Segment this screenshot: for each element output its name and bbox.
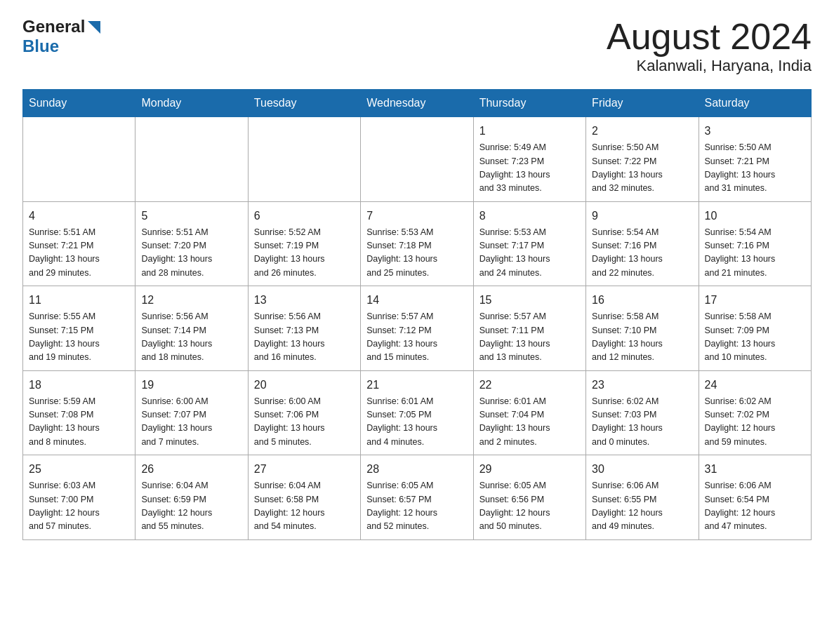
day-number: 10 (705, 208, 805, 224)
calendar-cell: 3Sunrise: 5:50 AM Sunset: 7:21 PM Daylig… (699, 117, 811, 202)
day-number: 19 (141, 377, 241, 394)
day-info: Sunrise: 6:05 AM Sunset: 6:56 PM Dayligh… (479, 479, 580, 534)
day-number: 29 (479, 461, 580, 478)
day-info: Sunrise: 6:00 AM Sunset: 7:07 PM Dayligh… (141, 395, 241, 450)
day-number: 3 (705, 123, 805, 140)
day-number: 6 (254, 208, 355, 224)
day-number: 30 (592, 461, 692, 478)
day-number: 2 (592, 123, 692, 140)
calendar-cell: 13Sunrise: 5:56 AM Sunset: 7:13 PM Dayli… (248, 286, 360, 371)
day-info: Sunrise: 5:56 AM Sunset: 7:14 PM Dayligh… (141, 310, 241, 365)
calendar-cell: 25Sunrise: 6:03 AM Sunset: 7:00 PM Dayli… (23, 455, 135, 540)
weekday-header-monday: Monday (135, 90, 248, 117)
day-info: Sunrise: 5:51 AM Sunset: 7:21 PM Dayligh… (29, 226, 129, 281)
day-info: Sunrise: 5:57 AM Sunset: 7:11 PM Dayligh… (479, 310, 580, 365)
calendar-cell: 19Sunrise: 6:00 AM Sunset: 7:07 PM Dayli… (135, 370, 248, 455)
weekday-header-thursday: Thursday (473, 90, 585, 117)
day-info: Sunrise: 5:58 AM Sunset: 7:09 PM Dayligh… (705, 310, 805, 365)
svg-marker-0 (88, 21, 100, 34)
calendar-cell: 26Sunrise: 6:04 AM Sunset: 6:59 PM Dayli… (135, 455, 248, 540)
logo-triangle-icon (86, 20, 102, 35)
day-info: Sunrise: 5:58 AM Sunset: 7:10 PM Dayligh… (592, 310, 692, 365)
day-number: 31 (705, 461, 805, 478)
day-info: Sunrise: 6:00 AM Sunset: 7:06 PM Dayligh… (254, 395, 355, 450)
day-number: 20 (254, 377, 355, 394)
day-number: 26 (141, 461, 241, 478)
calendar-cell: 10Sunrise: 5:54 AM Sunset: 7:16 PM Dayli… (699, 201, 811, 286)
day-info: Sunrise: 5:49 AM Sunset: 7:23 PM Dayligh… (479, 141, 580, 196)
day-info: Sunrise: 6:02 AM Sunset: 7:03 PM Dayligh… (592, 395, 692, 450)
day-number: 27 (254, 461, 355, 478)
weekday-header-wednesday: Wednesday (361, 90, 473, 117)
calendar-cell: 7Sunrise: 5:53 AM Sunset: 7:18 PM Daylig… (361, 201, 473, 286)
calendar-cell: 23Sunrise: 6:02 AM Sunset: 7:03 PM Dayli… (586, 370, 699, 455)
calendar-cell: 22Sunrise: 6:01 AM Sunset: 7:04 PM Dayli… (473, 370, 585, 455)
logo-blue-text: Blue (22, 36, 59, 55)
calendar-cell: 29Sunrise: 6:05 AM Sunset: 6:56 PM Dayli… (473, 455, 585, 540)
day-info: Sunrise: 6:05 AM Sunset: 6:57 PM Dayligh… (366, 479, 467, 534)
calendar-cell: 11Sunrise: 5:55 AM Sunset: 7:15 PM Dayli… (23, 286, 135, 371)
day-info: Sunrise: 5:55 AM Sunset: 7:15 PM Dayligh… (29, 310, 129, 365)
calendar-cell: 16Sunrise: 5:58 AM Sunset: 7:10 PM Dayli… (586, 286, 699, 371)
day-number: 18 (29, 377, 129, 394)
weekday-header-row: SundayMondayTuesdayWednesdayThursdayFrid… (23, 90, 812, 117)
day-info: Sunrise: 5:51 AM Sunset: 7:20 PM Dayligh… (141, 226, 241, 281)
day-number: 11 (29, 292, 129, 309)
calendar-cell: 8Sunrise: 5:53 AM Sunset: 7:17 PM Daylig… (473, 201, 585, 286)
calendar-cell (248, 117, 360, 202)
calendar-week-row: 1Sunrise: 5:49 AM Sunset: 7:23 PM Daylig… (23, 117, 812, 202)
calendar-cell: 9Sunrise: 5:54 AM Sunset: 7:16 PM Daylig… (586, 201, 699, 286)
calendar-cell: 18Sunrise: 5:59 AM Sunset: 7:08 PM Dayli… (23, 370, 135, 455)
calendar-cell: 4Sunrise: 5:51 AM Sunset: 7:21 PM Daylig… (23, 201, 135, 286)
weekday-header-saturday: Saturday (699, 90, 811, 117)
day-info: Sunrise: 5:53 AM Sunset: 7:18 PM Dayligh… (366, 226, 467, 281)
day-info: Sunrise: 6:01 AM Sunset: 7:04 PM Dayligh… (479, 395, 580, 450)
day-number: 17 (705, 292, 805, 309)
day-number: 21 (366, 377, 467, 394)
day-number: 7 (366, 208, 467, 224)
calendar-week-row: 11Sunrise: 5:55 AM Sunset: 7:15 PM Dayli… (23, 286, 812, 371)
calendar-week-row: 18Sunrise: 5:59 AM Sunset: 7:08 PM Dayli… (23, 370, 812, 455)
day-info: Sunrise: 6:06 AM Sunset: 6:55 PM Dayligh… (592, 479, 692, 534)
calendar-cell (23, 117, 135, 202)
day-number: 15 (479, 292, 580, 309)
day-info: Sunrise: 5:57 AM Sunset: 7:12 PM Dayligh… (366, 310, 467, 365)
day-number: 12 (141, 292, 241, 309)
calendar-cell (361, 117, 473, 202)
calendar-cell: 15Sunrise: 5:57 AM Sunset: 7:11 PM Dayli… (473, 286, 585, 371)
day-info: Sunrise: 5:53 AM Sunset: 7:17 PM Dayligh… (479, 226, 580, 281)
day-number: 1 (479, 123, 580, 140)
calendar-cell: 2Sunrise: 5:50 AM Sunset: 7:22 PM Daylig… (586, 117, 699, 202)
logo-general-text: General (22, 17, 85, 36)
calendar-cell: 31Sunrise: 6:06 AM Sunset: 6:54 PM Dayli… (699, 455, 811, 540)
day-number: 23 (592, 377, 692, 394)
header: General Blue August 2024 Kalanwali, Hary… (22, 17, 812, 75)
day-info: Sunrise: 5:54 AM Sunset: 7:16 PM Dayligh… (592, 226, 692, 281)
calendar-cell: 20Sunrise: 6:00 AM Sunset: 7:06 PM Dayli… (248, 370, 360, 455)
calendar-cell: 21Sunrise: 6:01 AM Sunset: 7:05 PM Dayli… (361, 370, 473, 455)
day-info: Sunrise: 6:03 AM Sunset: 7:00 PM Dayligh… (29, 479, 129, 534)
calendar-cell: 14Sunrise: 5:57 AM Sunset: 7:12 PM Dayli… (361, 286, 473, 371)
weekday-header-friday: Friday (586, 90, 699, 117)
day-number: 13 (254, 292, 355, 309)
day-number: 14 (366, 292, 467, 309)
logo: General Blue (22, 17, 102, 56)
day-info: Sunrise: 6:02 AM Sunset: 7:02 PM Dayligh… (705, 395, 805, 450)
weekday-header-tuesday: Tuesday (248, 90, 360, 117)
day-number: 22 (479, 377, 580, 394)
day-info: Sunrise: 6:01 AM Sunset: 7:05 PM Dayligh… (366, 395, 467, 450)
calendar-cell (135, 117, 248, 202)
calendar-cell: 12Sunrise: 5:56 AM Sunset: 7:14 PM Dayli… (135, 286, 248, 371)
day-number: 16 (592, 292, 692, 309)
day-number: 8 (479, 208, 580, 224)
day-number: 25 (29, 461, 129, 478)
calendar-cell: 5Sunrise: 5:51 AM Sunset: 7:20 PM Daylig… (135, 201, 248, 286)
calendar-table: SundayMondayTuesdayWednesdayThursdayFrid… (22, 89, 812, 540)
calendar-cell: 27Sunrise: 6:04 AM Sunset: 6:58 PM Dayli… (248, 455, 360, 540)
day-info: Sunrise: 5:50 AM Sunset: 7:22 PM Dayligh… (592, 141, 692, 196)
day-number: 5 (141, 208, 241, 224)
day-number: 28 (366, 461, 467, 478)
calendar-cell: 24Sunrise: 6:02 AM Sunset: 7:02 PM Dayli… (699, 370, 811, 455)
calendar-week-row: 4Sunrise: 5:51 AM Sunset: 7:21 PM Daylig… (23, 201, 812, 286)
day-number: 9 (592, 208, 692, 224)
